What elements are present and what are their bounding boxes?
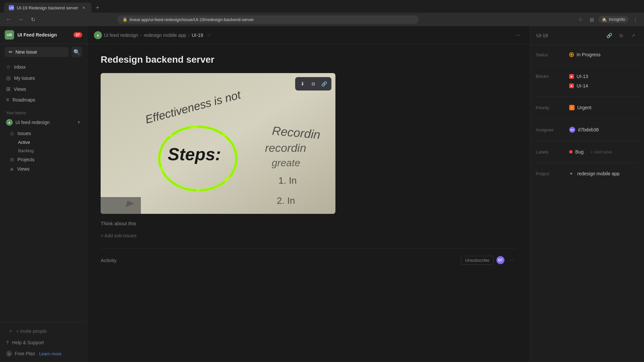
sidebar-item-inbox[interactable]: ☆ Inbox	[3, 61, 84, 72]
sidebar-item-views[interactable]: ⊞ Views	[3, 83, 84, 95]
forward-button[interactable]: →	[16, 15, 25, 24]
divider1	[536, 65, 639, 66]
sidebar-item-projects[interactable]: ⊞ Projects	[7, 155, 84, 164]
breadcrumb-sep2: ›	[188, 33, 190, 38]
svg-text:Steps:: Steps:	[168, 144, 221, 164]
activity-section: Activity Unsubscribe D7 ···	[101, 248, 517, 265]
right-panel-header: UI-19 🔗 ⧉ ↗	[530, 26, 644, 45]
bookmark-button[interactable]: ☆	[576, 15, 585, 24]
issue-image-container: Effectiveness is not Steps: Recordin rec…	[101, 73, 335, 214]
open-new-button[interactable]: ↗	[629, 31, 638, 40]
labels-container: Bug + Add label	[567, 148, 615, 156]
sidebar-item-backlog[interactable]: Backlog	[15, 146, 84, 155]
projects-icon: ⊞	[10, 157, 14, 162]
team-dot: ▲	[6, 119, 13, 126]
issues-sub-items: Active Backlog	[7, 138, 84, 155]
assignee-row: Assignee D7 d7bdeb36	[536, 125, 639, 134]
image-toolbar: ⬇ ⧉ 🔗	[295, 77, 331, 90]
sidebar-item-issues[interactable]: ◎ Issues	[7, 129, 84, 138]
priority-row: Priority ! Urgent	[536, 104, 639, 112]
learn-more-link[interactable]: Learn more	[39, 351, 61, 356]
breadcrumb-team[interactable]: Ui feed redesign	[104, 33, 138, 38]
download-button[interactable]: ⬇	[298, 79, 307, 88]
assignee-label: Assignee	[536, 127, 562, 132]
sidebar: UR UI Feed Redesign 07 ✏ New issue 🔍 ☆ I…	[0, 26, 87, 362]
block-id-1: UI-13	[577, 74, 588, 79]
incognito-label: Incognito	[609, 17, 625, 22]
lock-icon: 🔒	[122, 17, 127, 22]
project-value[interactable]: ✦ redesign mobile app	[567, 170, 622, 178]
bug-label[interactable]: Bug	[567, 148, 586, 156]
bug-dot	[569, 150, 573, 154]
add-sub-issues-button[interactable]: + Add sub-issues	[101, 233, 517, 238]
sidebar-item-views[interactable]: ◈ Views	[7, 164, 84, 174]
link-button[interactable]: 🔗	[319, 79, 329, 88]
divider3	[536, 118, 639, 119]
new-tab-button[interactable]: +	[93, 3, 102, 12]
unsubscribe-button[interactable]: Unsubscribe	[461, 256, 494, 265]
sidebar-header: UR UI Feed Redesign 07	[0, 26, 87, 44]
breadcrumb-issue-id: UI-19	[192, 33, 203, 38]
more-options-button[interactable]: ⋮	[631, 15, 640, 24]
breadcrumb-star-icon[interactable]: ☆	[207, 33, 211, 38]
invite-people-button[interactable]: ＋ + Invite people	[3, 325, 84, 337]
team-name: Ui feed redesign	[15, 120, 50, 125]
sidebar-item-label: Inbox	[14, 64, 25, 70]
panel-issue-id: UI-19	[536, 33, 548, 38]
priority-value[interactable]: ! Urgent	[567, 104, 594, 112]
assignee-avatar: D7	[569, 127, 575, 133]
reload-button[interactable]: ↻	[28, 15, 38, 24]
labels-row: Labels Bug + Add label	[536, 148, 639, 156]
issues-label: Issues	[17, 131, 31, 136]
sidebar-actions: ✏ New issue 🔍	[0, 44, 87, 60]
team-header[interactable]: ▲ Ui feed redesign ▼	[3, 117, 84, 128]
new-issue-icon: ✏	[9, 49, 13, 55]
priority-label: Priority	[536, 105, 562, 110]
active-label: Active	[18, 140, 30, 145]
help-support-button[interactable]: ? Help & Support	[3, 337, 84, 348]
issue-image: Effectiveness is not Steps: Recordin rec…	[101, 73, 335, 214]
svg-text:1. In: 1. In	[278, 175, 297, 186]
copy-button[interactable]: ⧉	[309, 79, 318, 88]
blocks-row: Blocks ■ UI-13 ■ UI-14	[536, 72, 639, 90]
sidebar-toggle-button[interactable]: ▤	[587, 15, 596, 24]
back-button[interactable]: ←	[4, 15, 13, 24]
divider4	[536, 141, 639, 141]
projects-label: Projects	[17, 157, 35, 162]
tab-favicon: LN	[9, 5, 14, 10]
roadmaps-icon: ≡	[6, 97, 9, 103]
block-item-2[interactable]: ■ UI-14	[567, 82, 591, 90]
content-header: ▲ Ui feed redesign › redesign mobile app…	[87, 26, 530, 44]
invite-icon: ＋	[8, 327, 13, 335]
issues-icon: ◎	[10, 131, 14, 136]
active-tab[interactable]: LN UI-19 Redesign backend server ✕	[4, 3, 92, 13]
notification-badge: 07	[73, 32, 82, 38]
url-bar[interactable]: 🔒 linear.app/ui-feed-redesign/issue/UI-1…	[117, 15, 419, 24]
assignee-value[interactable]: D7 d7bdeb36	[567, 125, 601, 134]
sidebar-item-active[interactable]: Active	[15, 138, 84, 146]
status-text: In Progress	[577, 52, 601, 57]
new-issue-button[interactable]: ✏ New issue	[5, 47, 69, 57]
nav-right: ☆ ▤ 🕵 Incognito ⋮	[576, 15, 640, 24]
activity-more-button[interactable]: ···	[507, 255, 517, 265]
priority-text: Urgent	[577, 105, 591, 110]
labels-label: Labels	[536, 149, 562, 155]
copy-id-button[interactable]: ⧉	[616, 31, 626, 40]
sidebar-item-roadmaps[interactable]: ≡ Roadmaps	[3, 95, 84, 105]
more-options-header-button[interactable]: ···	[513, 30, 523, 40]
sidebar-item-my-issues[interactable]: ◎ My issues	[3, 72, 84, 83]
status-value[interactable]: In Progress	[567, 51, 603, 59]
breadcrumb-project[interactable]: redesign mobile app	[144, 33, 186, 38]
project-label: Project	[536, 171, 562, 176]
divider5	[536, 163, 639, 163]
add-label-button[interactable]: + Add label	[588, 148, 615, 156]
search-button[interactable]: 🔍	[71, 47, 82, 57]
tab-close-button[interactable]: ✕	[81, 5, 87, 11]
copy-link-button[interactable]: 🔗	[604, 31, 614, 40]
my-issues-icon: ◎	[6, 75, 11, 81]
backlog-label: Backlog	[18, 148, 34, 153]
block-id-2: UI-14	[577, 83, 588, 88]
status-indicator	[569, 52, 574, 57]
block-item-1[interactable]: ■ UI-13	[567, 72, 591, 80]
svg-text:2. In: 2. In	[277, 195, 295, 206]
